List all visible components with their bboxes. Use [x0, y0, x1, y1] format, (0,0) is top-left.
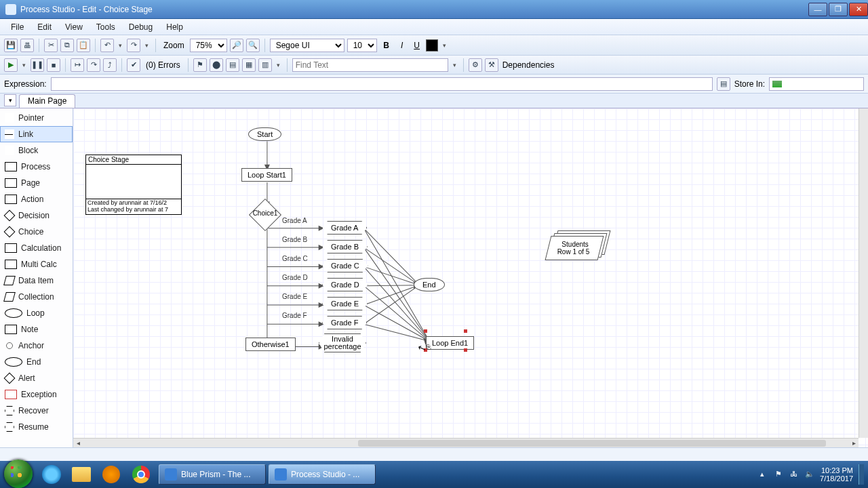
tray-network-icon[interactable]: 🖧	[790, 470, 800, 479]
scroll-thumb[interactable]	[358, 440, 826, 447]
font-name-select[interactable]: Segoe UI	[270, 39, 344, 52]
minimize-button[interactable]: —	[808, 3, 827, 16]
font-size-select[interactable]: 10	[347, 39, 377, 52]
undo-dropdown[interactable]: ▾	[117, 42, 124, 49]
menu-file[interactable]: File	[4, 21, 31, 33]
tool-process[interactable]: Process	[0, 159, 73, 175]
store-in-input[interactable]	[769, 77, 864, 91]
copy-button[interactable]: ⧉	[60, 39, 74, 52]
zoom-in-button[interactable]: 🔍	[246, 39, 260, 52]
taskbar-explorer-icon[interactable]	[68, 464, 95, 485]
stage-end[interactable]: End	[414, 278, 445, 291]
flag-button[interactable]: ⚑	[193, 58, 207, 72]
stage-grade-d[interactable]: Grade D	[322, 278, 368, 291]
stage-invalid[interactable]: Invalid percentage	[319, 333, 366, 352]
stage-grade-b[interactable]: Grade B	[322, 240, 368, 253]
tool-multi-calc[interactable]: Multi Calc	[0, 256, 73, 272]
taskbar-button-blueprism[interactable]: Blue Prism - The ...	[159, 464, 266, 485]
show-desktop-button[interactable]	[859, 464, 864, 485]
stage-choice[interactable]: Choice1	[249, 203, 281, 222]
selection-handle[interactable]	[424, 329, 427, 333]
font-color-dropdown[interactable]: ▾	[441, 42, 448, 49]
undo-button[interactable]: ↶	[100, 39, 114, 52]
print-button[interactable]: 🖶	[20, 39, 34, 52]
menu-debug[interactable]: Debug	[122, 21, 159, 33]
expression-input[interactable]	[51, 77, 713, 91]
tool-end[interactable]: End	[0, 354, 73, 370]
start-button[interactable]	[4, 460, 33, 488]
run-dropdown[interactable]: ▾	[20, 62, 28, 68]
dep-list-button[interactable]: ⚒	[485, 58, 498, 72]
taskbar-button-process-studio[interactable]: Process Studio - ...	[269, 464, 376, 485]
tool-alert[interactable]: Alert	[0, 370, 73, 386]
errors-label[interactable]: (0) Errors	[143, 60, 183, 70]
snap-dropdown[interactable]: ▾	[275, 62, 282, 68]
stage-start[interactable]: Start	[248, 127, 281, 141]
selection-handle[interactable]	[464, 329, 467, 333]
save-button[interactable]: 💾	[4, 39, 18, 52]
tool-page[interactable]: Page	[0, 175, 73, 191]
taskbar-media-icon[interactable]	[98, 464, 125, 485]
tray-action-center-icon[interactable]: ⚑	[775, 470, 785, 479]
italic-button[interactable]: I	[396, 41, 408, 50]
toggle-grid-button[interactable]: ▦	[242, 58, 256, 72]
redo-dropdown[interactable]: ▾	[143, 42, 151, 49]
dep-tree-button[interactable]: ⚙	[469, 58, 482, 72]
selection-handle[interactable]	[464, 348, 467, 352]
tool-loop[interactable]: Loop	[0, 305, 73, 321]
zoom-out-button[interactable]: 🔎	[230, 39, 243, 52]
stage-grade-c[interactable]: Grade C	[322, 259, 368, 272]
canvas[interactable]: Choice Stage Created by arunnair at 7/16…	[73, 108, 868, 447]
stage-grade-e[interactable]: Grade E	[322, 297, 368, 310]
find-text-input[interactable]	[292, 58, 448, 72]
breakpoint-button[interactable]: ⬤	[210, 58, 223, 72]
stop-button[interactable]: ■	[47, 58, 60, 72]
menu-help[interactable]: Help	[159, 21, 190, 33]
tool-pointer[interactable]: Pointer	[0, 110, 73, 126]
tab-main-page[interactable]: Main Page	[19, 94, 75, 108]
close-button[interactable]: ✕	[849, 3, 868, 16]
maximize-button[interactable]: ❐	[829, 3, 848, 16]
step-over-button[interactable]: ↷	[87, 58, 100, 72]
tray-clock[interactable]: 10:23 PM 7/18/2017	[820, 466, 853, 483]
pause-button[interactable]: ❚❚	[31, 58, 44, 72]
stage-grade-a[interactable]: Grade A	[322, 221, 367, 235]
zoom-select[interactable]: 75%	[190, 39, 227, 52]
tool-anchor[interactable]: Anchor	[0, 338, 73, 354]
taskbar-ie-icon[interactable]	[38, 464, 65, 485]
stage-otherwise[interactable]: Otherwise1	[245, 338, 296, 351]
dependencies-label[interactable]: Dependencies	[501, 60, 555, 70]
tool-calculation[interactable]: Calculation	[0, 240, 73, 256]
underline-button[interactable]: U	[411, 41, 423, 50]
vertical-scrollbar[interactable]	[859, 108, 868, 438]
tool-data-item[interactable]: Data Item	[0, 272, 73, 289]
tab-dropdown[interactable]: ▾	[4, 94, 16, 106]
tool-collection[interactable]: Collection	[0, 289, 73, 305]
tray-up-icon[interactable]: ▴	[760, 470, 770, 479]
stage-grade-f[interactable]: Grade F	[322, 316, 367, 329]
system-tray[interactable]: ▴ ⚑ 🖧 🔈 10:23 PM 7/18/2017	[760, 464, 868, 485]
menu-edit[interactable]: Edit	[31, 21, 58, 33]
redo-button[interactable]: ↷	[127, 39, 140, 52]
tool-resume[interactable]: Resume	[0, 419, 73, 435]
run-button[interactable]: ▶	[4, 58, 18, 72]
tool-decision[interactable]: Decision	[0, 207, 73, 224]
paste-button[interactable]: 📋	[77, 39, 90, 52]
stage-loop-end[interactable]: Loop End1	[426, 336, 474, 350]
menu-view[interactable]: View	[58, 21, 90, 33]
tool-recover[interactable]: Recover	[0, 403, 73, 419]
tool-action[interactable]: Action	[0, 191, 73, 207]
process-info-box[interactable]: Choice Stage Created by arunnair at 7/16…	[85, 155, 182, 215]
scroll-right-button[interactable]: ▸	[849, 439, 859, 448]
tray-volume-icon[interactable]: 🔈	[805, 470, 814, 479]
expression-builder-button[interactable]: ▤	[717, 77, 730, 91]
tool-choice[interactable]: Choice	[0, 224, 73, 240]
horizontal-scrollbar[interactable]: ◂ ▸	[73, 438, 859, 447]
tool-link[interactable]: Link	[0, 126, 73, 142]
tool-note[interactable]: Note	[0, 321, 73, 338]
stage-students-collection[interactable]: StudentsRow 1 of 5	[548, 230, 610, 260]
font-color-button[interactable]	[426, 39, 438, 52]
menu-tools[interactable]: Tools	[90, 21, 122, 33]
taskbar-chrome-icon[interactable]	[127, 464, 155, 485]
scroll-left-button[interactable]: ◂	[73, 439, 83, 448]
